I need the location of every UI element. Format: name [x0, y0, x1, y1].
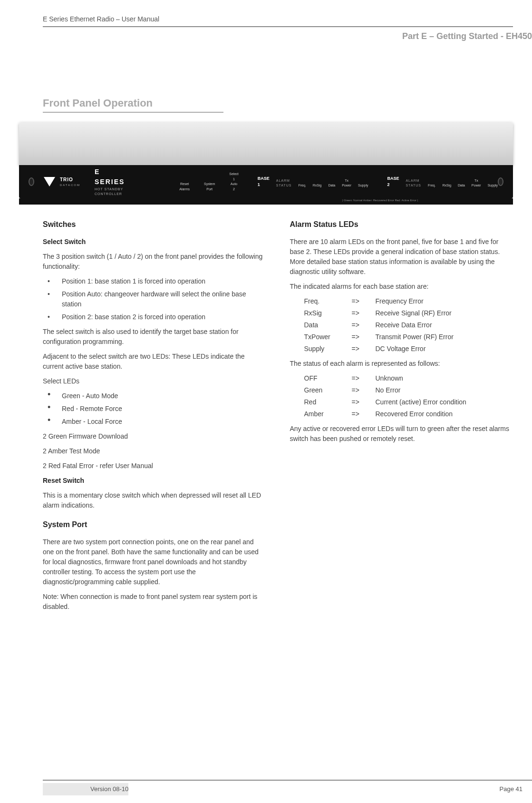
part-label: Part E – Getting Started - EH450	[0, 30, 532, 43]
alarm-list-intro: The indicated alarms for each base stati…	[290, 282, 513, 292]
page-footer: Version 08-10 Page 41	[43, 780, 532, 794]
table-row: Data=>Receive Data Error	[304, 320, 513, 330]
alarm-status-label-1: ALARM STATUS	[276, 178, 292, 188]
legend-text: | Green: Normal Amber: Recovered Error R…	[19, 198, 513, 205]
table-row: OFF=>Unknown	[304, 373, 513, 383]
table-row: TxPower=>Transmit Power (RF) Error	[304, 332, 513, 342]
version-text: Version 08-10	[90, 784, 128, 794]
select-para2: The select switch is also used to identi…	[43, 327, 266, 347]
reset-switch-heading: Reset Switch	[43, 476, 266, 486]
select-leds-list: Green - Auto Mode Red - Remote Force Amb…	[43, 391, 266, 427]
select-switch-heading: Select Switch	[43, 237, 266, 247]
system-port-text: There are two system port connection poi…	[43, 537, 266, 587]
list-item: Position 2: base station 2 is forced int…	[43, 312, 266, 322]
reset-alarms-label: Reset Alarms	[179, 182, 190, 192]
list-item: Green - Auto Mode	[43, 391, 266, 401]
status-intro: The status of each alarm is represented …	[290, 359, 513, 369]
fw-line: 2 Red Fatal Error - refer User Manual	[43, 461, 266, 471]
doc-title: E Series Ethernet Radio – User Manual	[43, 15, 159, 23]
trio-logo-icon	[44, 177, 55, 186]
led-data: Data	[328, 183, 335, 188]
alarm-map-table: Freq.=>Frequency Error RxSig=>Receive Si…	[304, 296, 513, 354]
reset-switch-text: This is a momentary close switch which w…	[43, 490, 266, 510]
select-positions-list: Position 1: base station 1 is forced int…	[43, 276, 266, 322]
led-freq: Freq.	[298, 183, 306, 188]
led-txpower: Tx Power	[342, 178, 351, 188]
table-row: Red=>Current (active) Error condition	[304, 397, 513, 407]
series-sub-text: HOT STANDBY CONTROLLER	[95, 187, 127, 197]
switches-heading: Switches	[43, 219, 266, 230]
alarm-status-label-2: ALARM STATUS	[406, 178, 421, 188]
system-port-heading: System Port	[43, 519, 266, 530]
list-item: Position 1: base station 1 is forced int…	[43, 276, 266, 286]
table-row: Freq.=>Frequency Error	[304, 296, 513, 306]
led-rxsig: RxSig	[313, 183, 322, 188]
screw-icon	[498, 177, 503, 186]
led-data-2: Data	[458, 183, 465, 188]
select-label: Select	[229, 172, 238, 177]
select-positions: 1 Auto 2	[229, 177, 238, 192]
device-image: TRIO DATACOM E SERIES HOT STANDBY CONTRO…	[19, 122, 513, 205]
led-txpower-2: Tx Power	[472, 178, 481, 188]
system-port-label: System Port	[204, 182, 215, 192]
alarm-status-heading: Alarm Status LEDs	[290, 219, 513, 230]
led-supply: Supply	[358, 183, 368, 188]
screw-icon	[29, 177, 34, 186]
select-para3: Adjacent to the select switch are two LE…	[43, 352, 266, 372]
system-port-note: Note: When connection is made to front p…	[43, 592, 266, 612]
fw-line: 2 Amber Test Mode	[43, 446, 266, 456]
list-item: Position Auto: changeover hardware will …	[43, 289, 266, 309]
series-text: E SERIES	[95, 167, 127, 187]
fw-line: 2 Green Firmware Download	[43, 431, 266, 441]
list-item: Amber - Local Force	[43, 417, 266, 427]
led-rxsig-2: RxSig	[442, 183, 451, 188]
status-map-table: OFF=>Unknown Green=> No Error Red=>Curre…	[304, 373, 513, 419]
alarm-intro: There are 10 alarm LEDs on the front pan…	[290, 237, 513, 277]
base1-label: BASE 1	[258, 176, 270, 188]
table-row: Green=> No Error	[304, 385, 513, 395]
page-number: Page 41	[500, 784, 522, 794]
brand-sub: DATACOM	[60, 183, 80, 187]
left-column: Switches Select Switch The 3 position sw…	[43, 219, 266, 617]
doc-header: E Series Ethernet Radio – User Manual	[43, 14, 513, 27]
list-item: Red - Remote Force	[43, 404, 266, 414]
select-intro: The 3 position switch (1 / Auto / 2) on …	[43, 252, 266, 272]
section-title: Front Panel Operation	[43, 95, 223, 113]
brand-text: TRIO	[60, 176, 80, 183]
table-row: RxSig=>Receive Signal (RF) Error	[304, 308, 513, 318]
led-supply-2: Supply	[488, 183, 498, 188]
base2-label: BASE 2	[387, 176, 399, 188]
select-leds-label: Select LEDs	[43, 376, 266, 386]
table-row: Amber=>Recovered Error condition	[304, 409, 513, 419]
alarm-outro: Any active or recovered error LEDs will …	[290, 424, 513, 444]
led-freq-2: Freq.	[428, 183, 435, 188]
right-column: Alarm Status LEDs There are 10 alarm LED…	[290, 219, 513, 617]
table-row: Supply=>DC Voltage Error	[304, 344, 513, 354]
